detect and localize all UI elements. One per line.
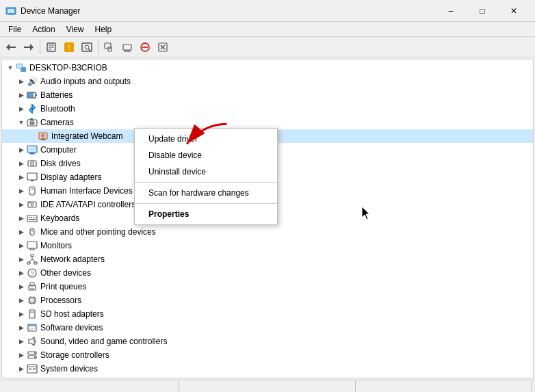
main-area: DESKTOP-B3CRIOB 🔊 Audio inputs and outpu… [1, 59, 534, 378]
expand-cameras[interactable] [16, 117, 27, 128]
cameras-icon [27, 117, 38, 128]
mice-icon [27, 226, 38, 237]
tree-item-bluetooth[interactable]: Bluetooth [2, 102, 533, 116]
tree-item-usb[interactable]: Universal Serial Bus controllers [2, 376, 533, 378]
toolbar-disable[interactable] [137, 39, 153, 55]
toolbar-scan[interactable] [79, 39, 95, 55]
hid-icon [27, 185, 38, 196]
storage-label: Storage controllers [40, 350, 109, 360]
ctx-scan-hardware[interactable]: Scan for hardware changes [135, 185, 277, 201]
toolbar-resources[interactable] [119, 39, 135, 55]
expand-sd[interactable] [16, 309, 27, 319]
batteries-icon [27, 90, 38, 101]
toolbar-update-driver[interactable]: ! [61, 39, 77, 55]
menu-file[interactable]: File [3, 23, 27, 36]
expand-network[interactable] [16, 254, 27, 265]
menu-action[interactable]: Action [27, 23, 60, 36]
ctx-properties[interactable]: Properties [135, 206, 277, 222]
toolbar-forward[interactable] [21, 39, 37, 55]
expand-other[interactable] [16, 267, 27, 278]
toolbar-show-devices[interactable] [101, 39, 118, 55]
expand-monitors[interactable] [16, 240, 27, 251]
expand-audio[interactable] [16, 76, 27, 87]
tree-item-software[interactable]: Software devices [2, 321, 533, 335]
svg-rect-54 [29, 217, 30, 218]
close-button[interactable]: ✕ [498, 0, 530, 22]
minimize-button[interactable]: – [435, 0, 467, 22]
svg-rect-28 [28, 93, 34, 97]
batteries-label: Batteries [40, 90, 73, 100]
expand-bluetooth[interactable] [16, 103, 27, 114]
system-label: System devices [40, 364, 98, 374]
tree-item-processors[interactable]: Processors [2, 293, 533, 307]
tree-item-batteries[interactable]: Batteries [2, 88, 533, 102]
tree-root[interactable]: DESKTOP-B3CRIOB [2, 61, 533, 75]
webcam-label: Integrated Webcam [51, 131, 123, 141]
computer-icon [27, 144, 38, 155]
menu-help[interactable]: Help [90, 23, 118, 36]
svg-point-97 [34, 352, 36, 354]
expand-keyboards[interactable] [16, 213, 27, 224]
expand-print[interactable] [16, 281, 27, 292]
webcam-icon [38, 131, 49, 142]
expand-batteries[interactable] [16, 90, 27, 101]
tree-item-monitors[interactable]: Monitors [2, 239, 533, 252]
expand-usb[interactable] [16, 377, 27, 378]
svg-line-11 [88, 49, 90, 51]
svg-rect-25 [17, 64, 22, 68]
tree-item-audio[interactable]: 🔊 Audio inputs and outputs [2, 75, 533, 88]
svg-line-69 [29, 259, 32, 262]
expand-disk[interactable] [16, 158, 27, 169]
ctx-disable-device[interactable]: Disable device [135, 147, 277, 164]
app-icon [5, 5, 16, 16]
audio-label: Audio inputs and outputs [40, 77, 131, 86]
expand-hid[interactable] [16, 185, 27, 196]
computer-label: Computer [40, 145, 77, 155]
window-title: Device Manager [21, 6, 435, 16]
tree-item-sd[interactable]: SD host adapters [2, 307, 533, 321]
usb-icon [27, 377, 38, 378]
svg-rect-40 [28, 146, 36, 152]
toolbar-back[interactable] [3, 39, 19, 55]
toolbar-sep1 [40, 40, 40, 54]
expand-computer[interactable] [16, 144, 27, 155]
tree-item-print[interactable]: Print queues [2, 280, 533, 293]
svg-rect-77 [30, 298, 34, 302]
tree-item-other[interactable]: ? Other devices [2, 266, 533, 280]
expand-mice[interactable] [16, 226, 27, 237]
svg-text:!: ! [68, 44, 70, 51]
svg-rect-75 [30, 288, 34, 289]
processors-label: Processors [40, 296, 81, 305]
toolbar-uninstall[interactable] [155, 39, 171, 55]
tree-item-network[interactable]: Network adapters [2, 252, 533, 266]
svg-rect-53 [27, 215, 37, 222]
expand-sound[interactable] [16, 336, 27, 347]
ctx-uninstall-device[interactable]: Uninstall device [135, 164, 277, 180]
tree-item-system[interactable]: System devices [2, 362, 533, 376]
expand-storage[interactable] [16, 350, 27, 361]
expand-software[interactable] [16, 322, 27, 333]
svg-rect-33 [30, 118, 33, 120]
expand-ide[interactable] [16, 199, 27, 210]
expand-root[interactable] [5, 62, 16, 73]
monitors-label: Monitors [40, 241, 72, 250]
ctx-update-driver[interactable]: Update driver [135, 131, 277, 147]
svg-point-32 [31, 122, 34, 124]
maximize-button[interactable]: □ [467, 0, 498, 22]
svg-text:?: ? [30, 270, 34, 277]
toolbar-sep2 [98, 40, 99, 54]
tree-item-cameras[interactable]: Cameras [2, 116, 533, 129]
tree-item-storage[interactable]: Storage controllers [2, 348, 533, 362]
svg-point-98 [34, 356, 36, 358]
expand-display[interactable] [16, 172, 27, 183]
tree-item-mice[interactable]: Mice and other pointing devices [2, 225, 533, 239]
sd-icon [27, 309, 38, 319]
toolbar-properties[interactable] [43, 39, 60, 55]
tree-item-sound[interactable]: Sound, video and game controllers [2, 335, 533, 348]
bluetooth-icon [27, 103, 38, 114]
menu-view[interactable]: View [61, 23, 90, 36]
svg-rect-65 [31, 254, 34, 257]
expand-system[interactable] [16, 363, 27, 374]
expand-processors[interactable] [16, 295, 27, 306]
svg-rect-66 [27, 262, 30, 264]
